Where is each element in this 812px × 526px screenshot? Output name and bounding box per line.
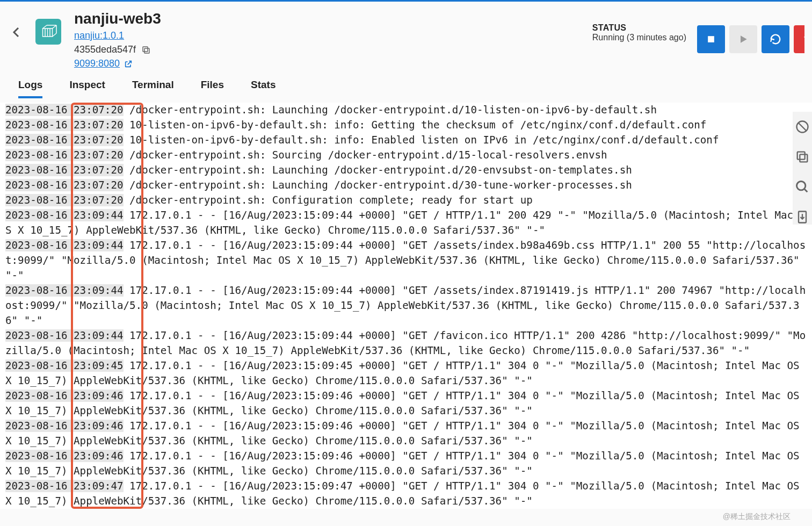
log-message: 172.17.0.1 - - [16/Aug/2023:15:09:46 +00…: [5, 450, 806, 477]
log-line: 2023-08-16 23:09:45 172.17.0.1 - - [16/A…: [5, 359, 806, 387]
stop-button[interactable]: [697, 25, 725, 53]
log-line: 2023-08-16 23:09:46 172.17.0.1 - - [16/A…: [5, 450, 806, 477]
log-timestamp: 2023-08-16 23:09:46: [5, 450, 124, 462]
svg-line-5: [53, 33, 57, 37]
log-line: 2023-08-16 23:09:44 172.17.0.1 - - [16/A…: [5, 284, 806, 327]
log-timestamp: 2023-08-16 23:09:45: [5, 359, 124, 372]
svg-rect-11: [708, 36, 714, 42]
log-message: /docker-entrypoint.sh: Configuration com…: [124, 194, 533, 206]
log-line: 2023-08-16 23:07:20 10-listen-on-ipv6-by…: [5, 134, 719, 146]
log-message: 172.17.0.1 - - [16/Aug/2023:15:09:44 +00…: [5, 239, 806, 282]
log-timestamp: 2023-08-16 23:09:46: [5, 420, 124, 432]
container-id: 4355deda547f: [74, 44, 136, 55]
log-timestamp: 2023-08-16 23:07:20: [5, 194, 124, 206]
tab-inspect[interactable]: Inspect: [69, 79, 105, 98]
log-message: /docker-entrypoint.sh: Launching /docker…: [124, 164, 632, 176]
stop-icon: [706, 34, 716, 45]
copy-logs-icon[interactable]: [795, 149, 810, 164]
logs-panel: 2023-08-16 23:07:20 /docker-entrypoint.s…: [0, 103, 812, 509]
log-line: 2023-08-16 23:09:46 172.17.0.1 - - [16/A…: [5, 420, 806, 447]
tab-terminal[interactable]: Terminal: [132, 79, 174, 98]
svg-line-1: [43, 25, 47, 28]
tab-stats[interactable]: Stats: [251, 79, 276, 98]
download-logs-icon[interactable]: [795, 210, 810, 225]
back-button[interactable]: [8, 23, 26, 41]
log-timestamp: 2023-08-16 23:09:44: [5, 239, 124, 251]
svg-line-14: [799, 123, 806, 131]
log-line: 2023-08-16 23:07:20 /docker-entrypoint.s…: [5, 149, 607, 161]
svg-line-2: [53, 25, 57, 28]
chevron-left-icon: [10, 26, 23, 39]
log-timestamp: 2023-08-16 23:07:20: [5, 104, 124, 116]
log-line: 2023-08-16 23:09:46 172.17.0.1 - - [16/A…: [5, 390, 806, 417]
log-timestamp: 2023-08-16 23:07:20: [5, 149, 124, 161]
container-icon: [35, 19, 61, 45]
log-line: 2023-08-16 23:09:44 172.17.0.1 - - [16/A…: [5, 239, 806, 282]
log-line: 2023-08-16 23:07:20 /docker-entrypoint.s…: [5, 194, 533, 206]
log-timestamp: 2023-08-16 23:07:20: [5, 179, 124, 191]
tabs: Logs Inspect Terminal Files Stats: [0, 69, 812, 98]
svg-rect-15: [800, 154, 807, 162]
svg-rect-9: [144, 48, 149, 53]
cube-icon: [39, 22, 58, 41]
copy-icon[interactable]: [141, 45, 151, 55]
search-logs-icon[interactable]: [795, 179, 810, 194]
log-line: 2023-08-16 23:07:20 10-listen-on-ipv6-by…: [5, 119, 706, 131]
log-output[interactable]: 2023-08-16 23:07:20 /docker-entrypoint.s…: [0, 103, 812, 509]
log-line: 2023-08-16 23:09:44 172.17.0.1 - - [16/A…: [5, 209, 806, 236]
log-timestamp: 2023-08-16 23:09:44: [5, 209, 124, 221]
log-timestamp: 2023-08-16 23:07:20: [5, 119, 124, 131]
log-line: 2023-08-16 23:09:47 172.17.0.1 - - [16/A…: [5, 480, 806, 507]
log-message: 172.17.0.1 - - [16/Aug/2023:15:09:45 +00…: [5, 359, 806, 387]
log-message: 172.17.0.1 - - [16/Aug/2023:15:09:47 +00…: [5, 480, 806, 507]
svg-rect-16: [798, 152, 805, 160]
log-message: 172.17.0.1 - - [16/Aug/2023:15:09:44 +00…: [5, 209, 806, 236]
log-message: 172.17.0.1 - - [16/Aug/2023:15:09:46 +00…: [5, 390, 806, 417]
tab-files[interactable]: Files: [201, 79, 224, 98]
log-timestamp: 2023-08-16 23:09:46: [5, 390, 124, 402]
container-header: nanjiu-web3 nanjiu:1.0.1 4355deda547f 90…: [0, 2, 812, 69]
external-link-icon[interactable]: [124, 60, 133, 68]
log-timestamp: 2023-08-16 23:09:44: [5, 329, 124, 342]
log-message: 172.17.0.1 - - [16/Aug/2023:15:09:44 +00…: [5, 329, 806, 357]
log-message: 10-listen-on-ipv6-by-default.sh: info: G…: [124, 119, 707, 131]
svg-marker-12: [741, 35, 747, 42]
log-message: 10-listen-on-ipv6-by-default.sh: info: E…: [124, 134, 719, 146]
tab-logs[interactable]: Logs: [18, 79, 42, 98]
delete-button[interactable]: [794, 25, 804, 53]
log-message: /docker-entrypoint.sh: Launching /docker…: [124, 104, 657, 116]
actions: [697, 25, 804, 53]
status-label: STATUS: [592, 23, 686, 33]
log-timestamp: 2023-08-16 23:09:44: [5, 284, 124, 297]
start-button[interactable]: [729, 25, 757, 53]
restart-button[interactable]: [762, 25, 789, 53]
refresh-icon: [770, 33, 781, 45]
status-value: Running (3 minutes ago): [592, 33, 686, 42]
svg-point-17: [797, 182, 806, 190]
container-info: nanjiu-web3 nanjiu:1.0.1 4355deda547f 90…: [74, 7, 161, 69]
log-line: 2023-08-16 23:09:44 172.17.0.1 - - [16/A…: [5, 329, 806, 357]
svg-rect-10: [143, 47, 148, 52]
svg-line-18: [804, 189, 808, 192]
log-line: 2023-08-16 23:07:20 /docker-entrypoint.s…: [5, 104, 657, 116]
log-timestamp: 2023-08-16 23:07:20: [5, 134, 124, 146]
log-message: 172.17.0.1 - - [16/Aug/2023:15:09:46 +00…: [5, 420, 806, 447]
container-title: nanjiu-web3: [74, 10, 161, 27]
log-line: 2023-08-16 23:07:20 /docker-entrypoint.s…: [5, 164, 632, 176]
log-timestamp: 2023-08-16 23:07:20: [5, 164, 124, 176]
log-timestamp: 2023-08-16 23:09:47: [5, 480, 124, 492]
log-line: 2023-08-16 23:07:20 /docker-entrypoint.s…: [5, 179, 632, 191]
log-message: /docker-entrypoint.sh: Sourcing /docker-…: [124, 149, 607, 161]
clear-logs-icon[interactable]: [795, 119, 810, 134]
log-message: 172.17.0.1 - - [16/Aug/2023:15:09:44 +00…: [5, 284, 806, 327]
ports-link: 9099:8080: [74, 58, 120, 69]
status-block: STATUS Running (3 minutes ago): [592, 23, 686, 42]
image-link[interactable]: nanjiu:1.0.1: [74, 30, 161, 41]
log-message: /docker-entrypoint.sh: Launching /docker…: [124, 179, 632, 191]
log-toolbar: [793, 112, 812, 225]
play-icon: [738, 34, 749, 45]
trash-icon: [802, 34, 804, 45]
